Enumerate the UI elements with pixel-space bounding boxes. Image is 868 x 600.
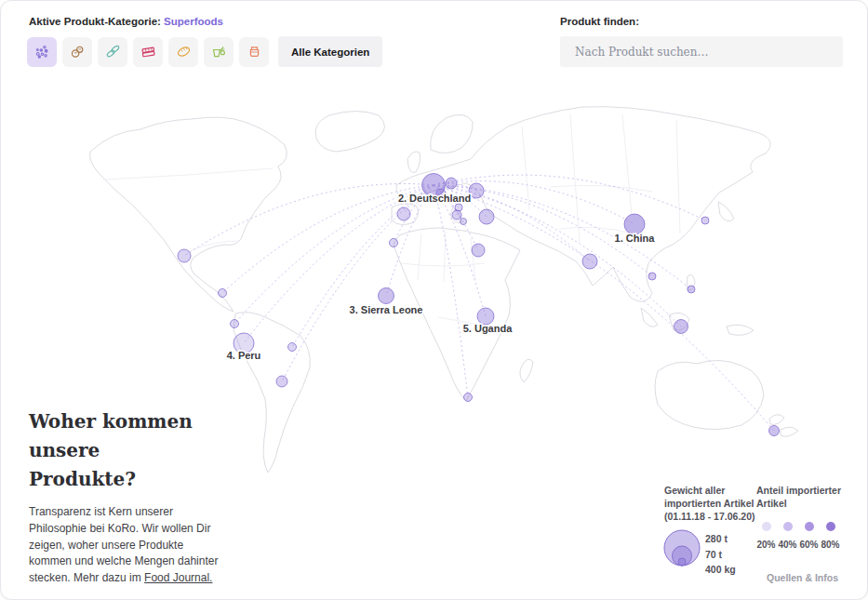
map-bubble[interactable] <box>769 426 780 436</box>
legend-share-item: 40% <box>777 518 798 550</box>
map-bubble[interactable] <box>688 286 695 293</box>
food-journal-link[interactable]: Food Journal. <box>144 571 212 584</box>
legend-weight-circle <box>678 558 686 566</box>
legend-weight-tick: 400 kg <box>705 562 736 578</box>
map-bubble[interactable] <box>288 343 297 352</box>
legend-weight-tick: 280 t <box>705 531 736 547</box>
map-bubble[interactable] <box>390 239 398 247</box>
map-bubble[interactable] <box>648 273 656 280</box>
map-bubble[interactable] <box>231 320 239 328</box>
intro-paragraph: Transparenz ist Kern unserer Philosophie… <box>29 504 220 587</box>
legend-share-dot <box>783 522 793 531</box>
legend-share-dot <box>762 522 771 531</box>
legend-weight-tick: 70 t <box>705 547 736 563</box>
category-button-seeds[interactable] <box>98 37 127 67</box>
map-bubble[interactable] <box>178 249 191 262</box>
trade-route-arc <box>434 185 590 261</box>
drinks-icon <box>210 43 228 60</box>
superfoods-icon <box>33 43 51 60</box>
category-button-bread[interactable] <box>168 37 198 67</box>
nuts-icon <box>69 43 87 60</box>
map-bubble[interactable] <box>276 376 287 387</box>
country-labels: 2. Deutschland1. China3. Sierra Leone4. … <box>227 193 656 361</box>
legend-share-dot <box>805 522 814 531</box>
product-search-input[interactable] <box>560 36 843 67</box>
trade-route-arc <box>222 185 434 293</box>
category-button-snack-bars[interactable] <box>133 37 163 67</box>
map-bubble[interactable] <box>219 289 227 298</box>
active-category-line: Aktive Produkt-Kategorie: Superfoods <box>29 16 223 27</box>
trade-route-arcs <box>184 175 774 431</box>
seeds-icon <box>104 43 122 60</box>
country-label: 3. Sierra Leone <box>350 304 423 315</box>
map-bubble[interactable] <box>701 217 709 224</box>
map-bubble[interactable] <box>452 210 461 220</box>
category-button-superfoods[interactable] <box>27 37 57 67</box>
trade-route-arc <box>434 185 468 397</box>
legend-share-dot <box>826 522 835 531</box>
intro-block: Woher kommen unsere Produkte? Transparen… <box>29 407 234 587</box>
legend-share-item: 80% <box>820 518 841 550</box>
import-bubbles <box>178 174 780 436</box>
trade-route-arc <box>292 185 434 347</box>
map-bubble[interactable] <box>472 244 485 257</box>
spreads-icon <box>246 43 263 60</box>
map-bubble[interactable] <box>582 254 597 269</box>
map-bubble[interactable] <box>234 333 254 353</box>
sources-link[interactable]: Quellen & Infos <box>767 572 838 583</box>
legend-share-item: 20% <box>755 518 777 550</box>
category-button-nuts[interactable] <box>62 37 92 67</box>
map-bubble[interactable] <box>469 183 484 198</box>
app-card: 2. Deutschland1. China3. Sierra Leone4. … <box>0 0 868 600</box>
legend-share-title: Anteil importierter Artikel <box>756 484 851 510</box>
trade-route-arc <box>434 185 681 327</box>
map-bubble[interactable] <box>461 219 467 225</box>
trade-route-arc <box>234 185 434 324</box>
legend-share-scale: 20%40%60%80% <box>755 518 841 550</box>
legend-share-label: 60% <box>798 540 820 550</box>
category-button-spreads[interactable] <box>239 37 269 67</box>
map-bubble[interactable] <box>624 214 645 234</box>
trade-route-arc <box>434 185 652 276</box>
map-bubble[interactable] <box>479 209 494 224</box>
category-button-drinks[interactable] <box>204 37 234 67</box>
map-bubble[interactable] <box>397 207 410 220</box>
map-bubble[interactable] <box>436 189 446 198</box>
legend-share-label: 20% <box>755 540 777 550</box>
legend-weight-title: Gewicht aller importierten Artikel <box>664 484 761 510</box>
map-bubble[interactable] <box>379 288 394 304</box>
active-category-value-link[interactable]: Superfoods <box>164 16 223 27</box>
map-bubble[interactable] <box>446 178 457 189</box>
legend-weight-period: (01.11.18 - 17.06.20) <box>664 510 755 523</box>
trade-route-arc <box>282 185 434 381</box>
legend-share-label: 40% <box>777 540 798 550</box>
legend-share-label: 80% <box>820 540 841 550</box>
bread-icon <box>175 43 193 60</box>
legend-weight-ticks: 280 t70 t400 kg <box>705 531 736 578</box>
active-category-label: Aktive Produkt-Kategorie: <box>29 16 161 27</box>
snack-bars-icon <box>140 43 157 60</box>
all-categories-button[interactable]: Alle Kategorien <box>278 36 382 67</box>
product-find-label: Produkt finden: <box>560 16 639 27</box>
map-bubble[interactable] <box>464 393 473 402</box>
map-bubble[interactable] <box>674 320 688 334</box>
page-title: Woher kommen unsere Produkte? <box>29 407 206 494</box>
legend-weight-circles <box>661 527 706 571</box>
legend-share-item: 60% <box>798 518 820 550</box>
map-bubble[interactable] <box>477 308 494 325</box>
category-buttons-row: Alle Kategorien <box>27 36 382 67</box>
